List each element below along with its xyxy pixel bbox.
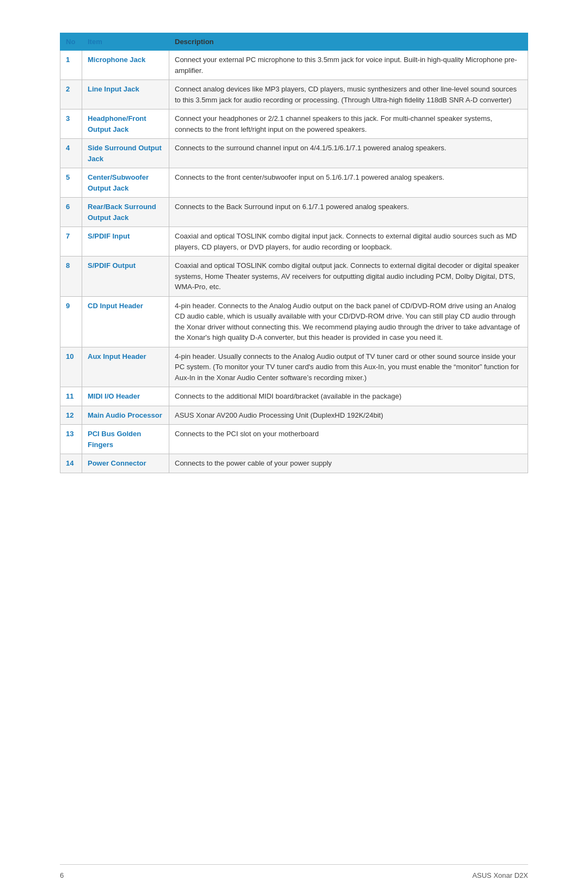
table-row: 5Center/Subwoofer Output JackConnects to… bbox=[60, 168, 528, 198]
cell-desc: ASUS Xonar AV200 Audio Processing Unit (… bbox=[169, 406, 528, 425]
table-row: 12Main Audio ProcessorASUS Xonar AV200 A… bbox=[60, 406, 528, 425]
cell-desc: Connect your external PC microphone to t… bbox=[169, 51, 528, 80]
cell-item: Rear/Back Surround Output Jack bbox=[82, 198, 169, 227]
table-row: 7S/PDIF InputCoaxial and optical TOSLINK… bbox=[60, 227, 528, 256]
cell-desc: 4-pin header. Connects to the Analog Aud… bbox=[169, 296, 528, 347]
table-row: 8S/PDIF OutputCoaxial and optical TOSLIN… bbox=[60, 256, 528, 297]
cell-item: S/PDIF Output bbox=[82, 256, 169, 297]
cell-item: S/PDIF Input bbox=[82, 227, 169, 256]
table-header-row: No Item Description bbox=[60, 33, 528, 51]
cell-item: Center/Subwoofer Output Jack bbox=[82, 168, 169, 198]
cell-desc: Connects to the PCI slot on your motherb… bbox=[169, 425, 528, 454]
cell-no: 6 bbox=[60, 198, 82, 227]
cell-no: 14 bbox=[60, 454, 82, 473]
table-body: 1Microphone JackConnect your external PC… bbox=[60, 51, 528, 473]
footer-product-name: ASUS Xonar D2X bbox=[472, 871, 528, 879]
cell-no: 9 bbox=[60, 296, 82, 347]
cell-desc: Connects to the surround channel input o… bbox=[169, 139, 528, 168]
cell-no: 10 bbox=[60, 347, 82, 387]
table-row: 10Aux Input Header4-pin header. Usually … bbox=[60, 347, 528, 387]
cell-no: 2 bbox=[60, 80, 82, 109]
table-row: 2Line Input JackConnect analog devices l… bbox=[60, 80, 528, 109]
table-row: 14Power ConnectorConnects to the power c… bbox=[60, 454, 528, 473]
cell-no: 3 bbox=[60, 109, 82, 139]
cell-desc: Coaxial and optical TOSLINK combo digita… bbox=[169, 227, 528, 256]
header-item: Item bbox=[82, 33, 169, 51]
cell-desc: 4-pin header. Usually connects to the An… bbox=[169, 347, 528, 387]
header-desc: Description bbox=[169, 33, 528, 51]
table-row: 13PCI Bus Golden FingersConnects to the … bbox=[60, 425, 528, 454]
table-row: 1Microphone JackConnect your external PC… bbox=[60, 51, 528, 80]
table-row: 3Headphone/Front Output JackConnect your… bbox=[60, 109, 528, 139]
cell-item: Side Surround Output Jack bbox=[82, 139, 169, 168]
cell-no: 11 bbox=[60, 387, 82, 406]
cell-item: Aux Input Header bbox=[82, 347, 169, 387]
cell-item: Headphone/Front Output Jack bbox=[82, 109, 169, 139]
cell-no: 7 bbox=[60, 227, 82, 256]
cell-desc: Coaxial and optical TOSLINK combo digita… bbox=[169, 256, 528, 297]
cell-no: 1 bbox=[60, 51, 82, 80]
header-no: No bbox=[60, 33, 82, 51]
cell-no: 4 bbox=[60, 139, 82, 168]
cell-desc: Connects to the power cable of your powe… bbox=[169, 454, 528, 473]
cell-desc: Connects to the additional MIDI board/br… bbox=[169, 387, 528, 406]
page-wrapper: No Item Description 1Microphone JackConn… bbox=[60, 0, 528, 864]
cell-desc: Connect your headphones or 2/2.1 channel… bbox=[169, 109, 528, 139]
specs-table: No Item Description 1Microphone JackConn… bbox=[60, 33, 528, 473]
cell-desc: Connects to the Back Surround input on 6… bbox=[169, 198, 528, 227]
cell-no: 13 bbox=[60, 425, 82, 454]
cell-desc: Connects to the front center/subwoofer i… bbox=[169, 168, 528, 198]
cell-item: Power Connector bbox=[82, 454, 169, 473]
cell-item: Line Input Jack bbox=[82, 80, 169, 109]
footer-page-number: 6 bbox=[60, 871, 64, 879]
cell-item: CD Input Header bbox=[82, 296, 169, 347]
cell-item: Microphone Jack bbox=[82, 51, 169, 80]
cell-item: MIDI I/O Header bbox=[82, 387, 169, 406]
cell-desc: Connect analog devices like MP3 players,… bbox=[169, 80, 528, 109]
cell-no: 12 bbox=[60, 406, 82, 425]
cell-no: 8 bbox=[60, 256, 82, 297]
table-row: 11MIDI I/O HeaderConnects to the additio… bbox=[60, 387, 528, 406]
table-row: 9CD Input Header4-pin header. Connects t… bbox=[60, 296, 528, 347]
cell-item: PCI Bus Golden Fingers bbox=[82, 425, 169, 454]
cell-no: 5 bbox=[60, 168, 82, 198]
cell-item: Main Audio Processor bbox=[82, 406, 169, 425]
page-footer: 6 ASUS Xonar D2X bbox=[60, 864, 528, 886]
table-row: 6Rear/Back Surround Output JackConnects … bbox=[60, 198, 528, 227]
table-row: 4Side Surround Output JackConnects to th… bbox=[60, 139, 528, 168]
